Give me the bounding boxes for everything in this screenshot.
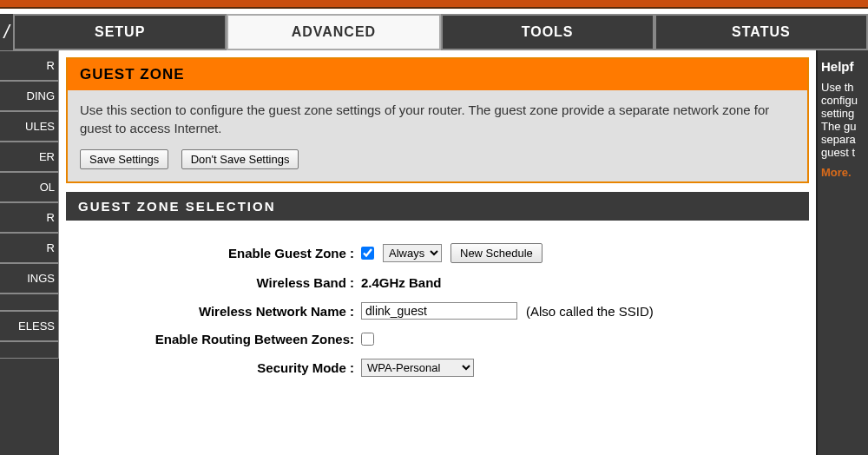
help-line: separa xyxy=(821,133,865,146)
ssid-input[interactable] xyxy=(361,302,517,320)
nav-slash: / xyxy=(0,14,13,50)
security-mode-select[interactable]: WPA-Personal xyxy=(361,359,474,377)
new-schedule-button[interactable]: New Schedule xyxy=(450,243,542,263)
nav-row: / SETUP ADVANCED TOOLS STATUS xyxy=(0,14,868,50)
routing-checkbox[interactable] xyxy=(361,333,374,346)
help-more-link[interactable]: More. xyxy=(821,166,865,179)
row-wireless-band: Wireless Band : 2.4GHz Band xyxy=(83,275,792,290)
row-enable-guest-zone: Enable Guest Zone : Always New Schedule xyxy=(83,243,792,263)
guest-zone-title: GUEST ZONE xyxy=(68,59,807,90)
nav-tab-advanced[interactable]: ADVANCED xyxy=(227,14,440,50)
sidebar-item[interactable]: ER xyxy=(0,142,59,172)
nav-tab-status[interactable]: STATUS xyxy=(654,14,868,50)
schedule-select[interactable]: Always xyxy=(383,244,442,262)
save-settings-button[interactable]: Save Settings xyxy=(80,149,168,169)
wireless-band-label: Wireless Band : xyxy=(83,275,361,290)
guest-zone-body: Use this section to configure the guest … xyxy=(68,90,807,181)
sidebar-item[interactable]: DING xyxy=(0,81,59,111)
nav-tab-setup[interactable]: SETUP xyxy=(13,14,227,50)
sidebar-item[interactable] xyxy=(0,341,59,359)
selection-title: GUEST ZONE SELECTION xyxy=(66,192,809,221)
ssid-label: Wireless Network Name : xyxy=(83,304,361,319)
enable-guest-zone-label: Enable Guest Zone : xyxy=(83,246,361,260)
help-title: Helpf xyxy=(821,59,865,74)
sidebar-item[interactable]: INGS xyxy=(0,263,59,293)
help-line: Use th xyxy=(821,81,865,94)
sidebar-item[interactable]: OL xyxy=(0,172,59,202)
wireless-band-value: 2.4GHz Band xyxy=(361,275,442,290)
help-line: configu xyxy=(821,94,865,107)
row-routing-between-zones: Enable Routing Between Zones: xyxy=(83,332,792,346)
top-orange-bar xyxy=(0,0,868,9)
sidebar: R DING ULES ER OL R R INGS ELESS xyxy=(0,50,59,455)
row-wireless-network-name: Wireless Network Name : (Also called the… xyxy=(83,302,792,320)
sidebar-item[interactable]: ELESS xyxy=(0,311,59,341)
main-row: R DING ULES ER OL R R INGS ELESS GUEST Z… xyxy=(0,50,868,455)
guest-zone-description: Use this section to configure the guest … xyxy=(80,101,795,137)
help-line: The gu xyxy=(821,120,865,133)
enable-guest-zone-checkbox[interactable] xyxy=(361,247,374,260)
sidebar-item[interactable] xyxy=(0,293,59,311)
content: GUEST ZONE Use this section to configure… xyxy=(59,50,818,455)
sidebar-item[interactable]: R xyxy=(0,50,59,81)
help-line: guest t xyxy=(821,146,865,159)
nav-tab-tools[interactable]: TOOLS xyxy=(441,14,654,50)
routing-label: Enable Routing Between Zones: xyxy=(83,332,361,346)
sidebar-item[interactable]: R xyxy=(0,233,59,263)
help-column: Helpf Use th configu setting The gu sepa… xyxy=(818,50,868,455)
security-mode-label: Security Mode : xyxy=(83,360,361,375)
guest-zone-panel: GUEST ZONE Use this section to configure… xyxy=(66,57,809,183)
sidebar-item[interactable]: ULES xyxy=(0,111,59,142)
help-line: setting xyxy=(821,107,865,120)
ssid-hint: (Also called the SSID) xyxy=(526,304,654,319)
sidebar-item[interactable]: R xyxy=(0,202,59,233)
dont-save-settings-button[interactable]: Don't Save Settings xyxy=(181,149,299,169)
selection-body: Enable Guest Zone : Always New Schedule … xyxy=(66,221,809,412)
row-security-mode: Security Mode : WPA-Personal xyxy=(83,359,792,377)
